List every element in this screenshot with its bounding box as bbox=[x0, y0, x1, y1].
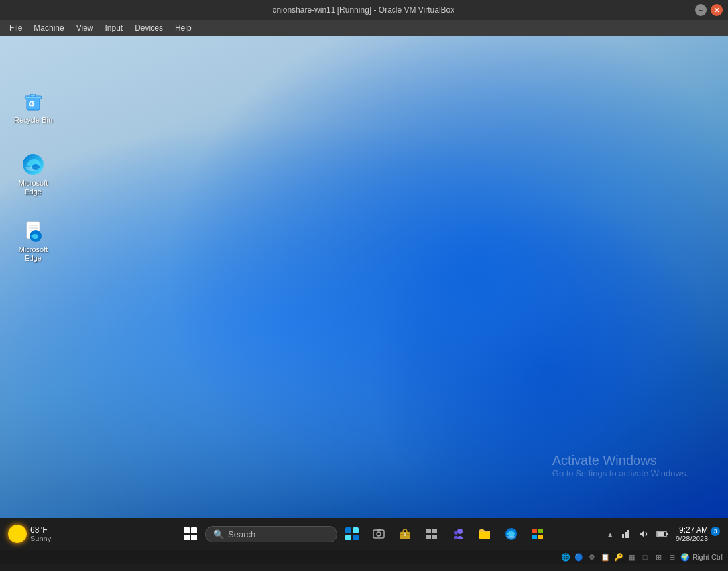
svg-rect-30 bbox=[538, 529, 543, 533]
window-controls: – ✕ bbox=[695, 4, 723, 16]
bottom-icon-5[interactable]: 🔑 bbox=[613, 551, 625, 563]
svg-rect-21 bbox=[426, 529, 431, 533]
bottom-icon-10[interactable]: 🌍 bbox=[679, 551, 691, 563]
svg-point-5 bbox=[32, 164, 40, 170]
bottom-icon-7[interactable]: □ bbox=[639, 551, 651, 563]
bottom-icon-1[interactable]: 🌐 bbox=[560, 551, 572, 563]
close-button[interactable]: ✕ bbox=[711, 4, 723, 16]
svg-rect-14 bbox=[353, 535, 359, 540]
store-button[interactable] bbox=[526, 522, 550, 546]
recycle-bin-label: Recycle Bin bbox=[14, 116, 52, 125]
virtualbox-titlebar: onionshare-win11 [Running] - Oracle VM V… bbox=[0, 0, 728, 20]
search-icon: 🔍 bbox=[213, 529, 224, 539]
svg-rect-37 bbox=[658, 532, 664, 536]
svg-rect-33 bbox=[622, 534, 624, 538]
taskbar-weather[interactable]: 68°F Sunny bbox=[8, 525, 74, 543]
windows-desktop[interactable]: ♻ Recycle Bin Microsoft Edge bbox=[0, 36, 728, 518]
widgets-button[interactable] bbox=[340, 522, 364, 546]
clock-time: 9:27 AM bbox=[679, 525, 708, 535]
svg-rect-29 bbox=[532, 529, 537, 533]
battery-tray-icon[interactable] bbox=[654, 526, 670, 542]
wallpaper bbox=[0, 36, 728, 518]
task-view-button[interactable] bbox=[420, 522, 444, 546]
bottom-icon-6[interactable]: ▦ bbox=[626, 551, 638, 563]
svg-rect-34 bbox=[625, 532, 627, 538]
packages-button[interactable] bbox=[393, 522, 417, 546]
window-title: onionshare-win11 [Running] - Oracle VM V… bbox=[32, 5, 695, 15]
start-button[interactable] bbox=[178, 522, 202, 546]
bottom-icon-4[interactable]: 📋 bbox=[599, 551, 611, 563]
network-tray-icon[interactable] bbox=[617, 526, 633, 542]
teams-button[interactable] bbox=[446, 522, 470, 546]
svg-rect-24 bbox=[432, 535, 437, 539]
svg-rect-38 bbox=[666, 533, 668, 535]
svg-text:♻: ♻ bbox=[28, 99, 35, 109]
svg-rect-32 bbox=[538, 535, 543, 539]
svg-rect-35 bbox=[627, 530, 629, 538]
svg-rect-31 bbox=[532, 535, 537, 539]
activate-line2: Go to Settings to activate Windows. bbox=[552, 468, 688, 478]
edge-label-1: Microsoft Edge bbox=[12, 179, 54, 196]
bottom-system-bar: 🌐 🔵 ⚙ 📋 🔑 ▦ □ ⊞ ⊟ 🌍 Right Ctrl bbox=[0, 550, 728, 564]
edge-label-2: Microsoft Edge bbox=[12, 245, 54, 263]
windows-taskbar: 68°F Sunny 🔍 Search bbox=[0, 518, 728, 550]
svg-rect-22 bbox=[432, 529, 437, 533]
svg-rect-15 bbox=[373, 530, 384, 538]
file-explorer-button[interactable] bbox=[473, 522, 497, 546]
svg-rect-13 bbox=[345, 535, 351, 540]
svg-rect-23 bbox=[426, 535, 431, 539]
taskbar-search-bar[interactable]: 🔍 Search bbox=[205, 526, 337, 542]
svg-rect-17 bbox=[377, 529, 381, 531]
taskbar-center: 🔍 Search bbox=[178, 522, 550, 546]
svg-rect-20 bbox=[404, 533, 406, 536]
snip-button[interactable] bbox=[367, 522, 391, 546]
bottom-icon-9[interactable]: ⊟ bbox=[666, 551, 678, 563]
microsoft-edge-icon-1[interactable]: Microsoft Edge bbox=[9, 149, 57, 199]
notification-badge[interactable]: 3 bbox=[711, 527, 720, 536]
windows-logo-icon bbox=[184, 527, 197, 540]
svg-point-16 bbox=[377, 532, 381, 536]
weather-temperature: 68°F bbox=[30, 525, 51, 535]
menu-file[interactable]: File bbox=[4, 22, 27, 34]
weather-condition: Sunny bbox=[30, 535, 51, 542]
menu-input[interactable]: Input bbox=[100, 22, 129, 34]
volume-tray-icon[interactable] bbox=[636, 526, 652, 542]
microsoft-edge-icon-2[interactable]: Microsoft Edge bbox=[9, 215, 57, 265]
search-placeholder-text: Search bbox=[228, 529, 255, 539]
edge-image-1 bbox=[20, 151, 46, 178]
weather-sun-icon bbox=[8, 525, 27, 543]
svg-point-25 bbox=[457, 529, 463, 534]
activate-line1: Activate Windows bbox=[552, 453, 688, 468]
svg-rect-12 bbox=[353, 527, 359, 533]
svg-point-26 bbox=[454, 531, 458, 535]
menu-machine[interactable]: Machine bbox=[29, 22, 69, 34]
bottom-icon-2[interactable]: 🔵 bbox=[573, 551, 585, 563]
svg-rect-2 bbox=[30, 94, 36, 97]
menu-help[interactable]: Help bbox=[170, 22, 197, 34]
tray-expand-arrow[interactable]: ▲ bbox=[605, 529, 615, 539]
minimize-button[interactable]: – bbox=[695, 4, 707, 16]
svg-rect-27 bbox=[479, 532, 490, 539]
bottom-icon-8[interactable]: ⊞ bbox=[652, 551, 664, 563]
recycle-bin-image: ♻ bbox=[20, 88, 46, 115]
edge-taskbar-button[interactable] bbox=[499, 522, 523, 546]
clock-date: 9/28/2023 bbox=[676, 535, 708, 542]
edge-image-2 bbox=[20, 218, 46, 244]
system-tray: ▲ 9:27 AM 9/28/ bbox=[605, 525, 720, 542]
menu-view[interactable]: View bbox=[71, 22, 99, 34]
menu-devices[interactable]: Devices bbox=[129, 22, 168, 34]
bottom-icon-3[interactable]: ⚙ bbox=[586, 551, 598, 563]
svg-rect-11 bbox=[345, 527, 351, 533]
virtualbox-menubar: File Machine View Input Devices Help bbox=[0, 20, 728, 36]
activate-windows-watermark: Activate Windows Go to Settings to activ… bbox=[552, 453, 688, 478]
weather-info: 68°F Sunny bbox=[30, 525, 51, 542]
recycle-bin-icon[interactable]: ♻ Recycle Bin bbox=[9, 86, 57, 127]
right-ctrl-label: Right Ctrl bbox=[692, 553, 723, 561]
clock[interactable]: 9:27 AM 9/28/2023 bbox=[673, 525, 711, 542]
